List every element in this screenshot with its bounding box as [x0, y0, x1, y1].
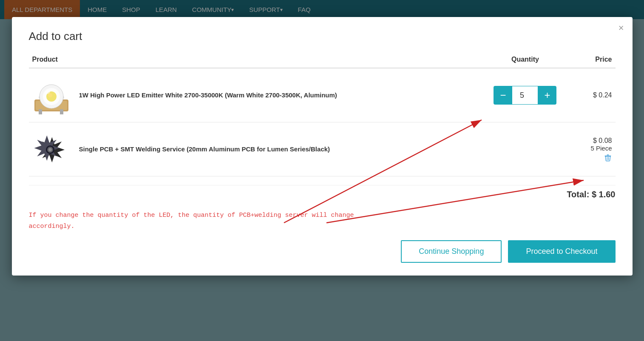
- quantity-decrease-button[interactable]: −: [494, 86, 512, 105]
- modal-title: Add to cart: [29, 30, 616, 43]
- col-header-price: Price: [575, 51, 616, 68]
- delete-pcb-button[interactable]: [579, 153, 612, 162]
- quantity-increase-button[interactable]: +: [538, 86, 556, 105]
- proceed-to-checkout-button[interactable]: Proceed to Checkout: [508, 240, 615, 263]
- action-buttons: Continue Shopping Proceed to Checkout: [29, 240, 616, 263]
- table-row: 1W High Power LED Emitter White 2700-350…: [29, 68, 616, 122]
- cart-total: Total: $ 1.60: [29, 185, 616, 206]
- quantity-stepper: − +: [479, 86, 572, 105]
- svg-rect-3: [60, 109, 63, 114]
- pcb-product-cell: Single PCB + SMT Welding Service (20mm A…: [29, 122, 475, 176]
- pcb-product-name: Single PCB + SMT Welding Service (20mm A…: [79, 145, 330, 154]
- pcb-piece-count: 5 Piece: [579, 145, 612, 152]
- pcb-price: $ 0.08: [579, 137, 612, 145]
- pcb-image: [32, 130, 71, 168]
- continue-shopping-button[interactable]: Continue Shopping: [401, 240, 502, 263]
- quantity-notice: If you change the quantity of the LED, t…: [29, 210, 377, 232]
- led-product-cell: 1W High Power LED Emitter White 2700-350…: [29, 68, 475, 122]
- table-row: Single PCB + SMT Welding Service (20mm A…: [29, 122, 616, 176]
- pcb-quantity-cell: [475, 122, 575, 176]
- quantity-input[interactable]: [512, 86, 538, 105]
- svg-rect-16: [607, 154, 609, 155]
- col-header-product: Product: [29, 51, 475, 68]
- cart-table: Product Quantity Price: [29, 51, 616, 176]
- trash-icon: [604, 153, 612, 162]
- svg-rect-2: [39, 109, 42, 114]
- led-image: [32, 76, 71, 114]
- close-button[interactable]: ×: [618, 23, 624, 33]
- led-price-cell: $ 0.24: [575, 68, 616, 122]
- led-product-name: 1W High Power LED Emitter White 2700-350…: [79, 91, 337, 100]
- led-quantity-cell: − +: [475, 68, 575, 122]
- modal-overlay: × Add to cart Product Quantity Price: [0, 0, 644, 341]
- svg-point-8: [48, 93, 52, 97]
- svg-point-14: [48, 148, 52, 151]
- cart-modal: × Add to cart Product Quantity Price: [12, 17, 633, 276]
- col-header-quantity: Quantity: [475, 51, 575, 68]
- pcb-price-cell: $ 0.08 5 Piece: [575, 122, 616, 176]
